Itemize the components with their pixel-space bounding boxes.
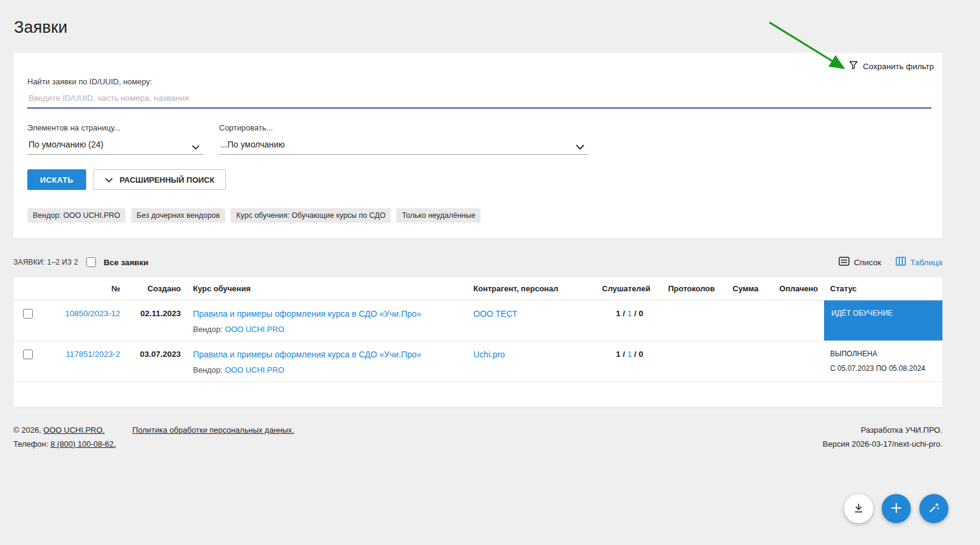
sort-label: Сортировать... xyxy=(219,123,588,132)
requests-table: № Создано Курс обучения Контрагент, перс… xyxy=(13,277,942,382)
table-view-icon xyxy=(896,257,906,268)
filter-chip-not-deleted[interactable]: Только неудалённые xyxy=(396,208,481,223)
created-date-cell: 03.07.2023 xyxy=(126,340,187,381)
copyright-text: © 2026, xyxy=(13,425,41,435)
checkbox-column-header xyxy=(13,277,41,300)
students-cell: 1 / 1 / 0 xyxy=(596,300,649,340)
page-title: Заявки xyxy=(0,0,980,37)
vendor-line: Вендор:ООО UCHI.PRO xyxy=(193,325,461,334)
filter-buttons-row: ИСКАТЬ РАСШИРЕННЫЙ ПОИСК xyxy=(27,169,931,190)
footer-left: © 2026, ООО UCHI.PRO. Политика обработки… xyxy=(13,423,294,451)
students-rest: / 0 xyxy=(632,350,643,359)
magic-wand-icon xyxy=(928,502,940,516)
protocols-cell xyxy=(649,340,721,381)
contractor-cell: Uchi.pro xyxy=(467,340,596,381)
search-input[interactable] xyxy=(27,90,931,109)
status-badge: ИДЁТ ОБУЧЕНИЕ xyxy=(824,300,942,340)
vendor-label: Вендор: xyxy=(193,325,223,334)
course-cell: Правила и примеры оформления курса в СДО… xyxy=(187,300,467,340)
created-date-cell: 02.11.2023 xyxy=(126,300,187,340)
developer-text: Разработка УЧИ.ПРО. xyxy=(823,423,942,437)
table-view-toggle[interactable]: Таблица xyxy=(896,257,942,268)
page-footer: © 2026, ООО UCHI.PRO. Политика обработки… xyxy=(13,423,942,451)
requests-table-card: № Создано Курс обучения Контрагент, перс… xyxy=(13,277,942,407)
table-row: 117851/2023-2 03.07.2023 Правила и приме… xyxy=(13,340,942,381)
sum-cell xyxy=(721,300,765,340)
magic-wand-button[interactable] xyxy=(919,494,948,523)
column-header-number: № xyxy=(41,277,126,300)
contractor-link[interactable]: ООО ТЕСТ xyxy=(473,309,518,319)
phone-link[interactable]: 8 (800) 100-08-62. xyxy=(50,439,116,449)
company-link[interactable]: ООО UCHI.PRO. xyxy=(43,425,104,435)
paid-cell xyxy=(765,300,824,340)
row-checkbox[interactable] xyxy=(23,309,33,319)
course-link[interactable]: Правила и примеры оформления курса в СДО… xyxy=(193,309,421,319)
advanced-search-button[interactable]: РАСШИРЕННЫЙ ПОИСК xyxy=(93,169,226,190)
add-request-button[interactable] xyxy=(882,494,911,523)
list-controls-left: ЗАЯВКИ: 1–2 ИЗ 2 Все заявки xyxy=(13,257,148,267)
per-page-label: Элементов на страницу... xyxy=(27,123,203,132)
students-total: 1 / xyxy=(616,350,627,359)
request-number-cell: 117851/2023-2 xyxy=(41,340,126,381)
request-number-link[interactable]: 10850/2023-12 xyxy=(65,309,120,318)
contractor-link[interactable]: Uchi.pro xyxy=(473,350,505,359)
chevron-down-icon xyxy=(576,142,584,152)
filter-funnel-icon xyxy=(849,61,858,72)
course-link[interactable]: Правила и примеры оформления курса в СДО… xyxy=(193,350,421,359)
column-header-sum: Сумма xyxy=(721,277,765,300)
filter-chip-course[interactable]: Курс обучения: Обучающие курсы по СДО xyxy=(231,208,391,223)
download-icon xyxy=(853,502,865,516)
list-controls: ЗАЯВКИ: 1–2 ИЗ 2 Все заявки Список Табли… xyxy=(13,257,942,268)
list-view-toggle[interactable]: Список xyxy=(839,257,881,268)
vendor-link[interactable]: ООО UCHI.PRO xyxy=(225,365,285,374)
search-button[interactable]: ИСКАТЬ xyxy=(27,169,86,190)
table-header-row: № Создано Курс обучения Контрагент, перс… xyxy=(13,277,942,300)
vendor-line: Вендор:ООО UCHI.PRO xyxy=(193,365,461,374)
version-text: Версия 2026-03-17/next-uchi-pro. xyxy=(823,437,942,451)
filter-chip-no-child-vendors[interactable]: Без дочерних вендоров xyxy=(131,208,225,223)
row-checkbox[interactable] xyxy=(23,350,33,359)
select-all-checkbox[interactable] xyxy=(86,257,96,267)
students-cell: 1 / 1 / 0 xyxy=(596,340,649,381)
row-checkbox-cell xyxy=(13,300,41,340)
sort-value[interactable]: ...По умолчанию xyxy=(219,138,588,155)
column-header-protocols: Протоколов xyxy=(649,277,721,300)
vendor-label: Вендор: xyxy=(193,365,223,374)
view-toggles: Список Таблица xyxy=(839,257,942,268)
request-number-cell: 10850/2023-12 xyxy=(41,300,126,340)
request-number-link[interactable]: 117851/2023-2 xyxy=(66,350,120,359)
per-page-select[interactable]: Элементов на страницу... По умолчанию (2… xyxy=(27,123,203,155)
list-view-label: Список xyxy=(854,258,881,267)
save-filter-button[interactable]: Сохранить фильтр xyxy=(849,61,934,72)
select-all-label: Все заявки xyxy=(104,258,149,267)
column-header-course: Курс обучения xyxy=(187,277,467,300)
plus-icon xyxy=(891,503,902,515)
search-label: Найти заявки по ID/UUID, номеру: xyxy=(27,77,931,86)
course-cell: Правила и примеры оформления курса в СДО… xyxy=(187,340,467,381)
protocols-cell xyxy=(649,300,721,340)
privacy-policy-link[interactable]: Политика обработки персональных данных. xyxy=(132,425,294,435)
paid-cell xyxy=(765,340,824,381)
contractor-cell: ООО ТЕСТ xyxy=(467,300,596,340)
sort-selected: ...По умолчанию xyxy=(220,140,285,149)
vendor-link[interactable]: ООО UCHI.PRO xyxy=(225,325,285,334)
save-filter-label: Сохранить фильтр xyxy=(863,62,934,71)
advanced-search-label: РАСШИРЕННЫЙ ПОИСК xyxy=(120,175,214,184)
download-button[interactable] xyxy=(844,494,873,523)
column-header-created: Создано xyxy=(126,277,187,300)
status-period: С 05.07.2023 ПО 05.08.2024 xyxy=(830,364,936,373)
table-view-label: Таблица xyxy=(910,258,942,267)
list-view-icon xyxy=(839,257,850,268)
students-rest: / 0 xyxy=(632,309,643,318)
per-page-value[interactable]: По умолчанию (24) xyxy=(27,138,203,155)
sum-cell xyxy=(721,340,765,381)
column-header-paid: Оплачено xyxy=(765,277,824,300)
footer-right: Разработка УЧИ.ПРО. Версия 2026-03-17/ne… xyxy=(823,423,942,451)
active-filter-chips: Вендор: ООО UCHI.PRO Без дочерних вендор… xyxy=(27,208,931,223)
results-count-label: ЗАЯВКИ: 1–2 ИЗ 2 xyxy=(13,258,78,266)
chevron-down-icon xyxy=(192,142,200,152)
chevron-down-icon xyxy=(105,175,113,184)
selects-row: Элементов на страницу... По умолчанию (2… xyxy=(27,123,931,155)
filter-chip-vendor[interactable]: Вендор: ООО UCHI.PRO xyxy=(27,208,126,223)
sort-select[interactable]: Сортировать... ...По умолчанию xyxy=(219,123,588,155)
